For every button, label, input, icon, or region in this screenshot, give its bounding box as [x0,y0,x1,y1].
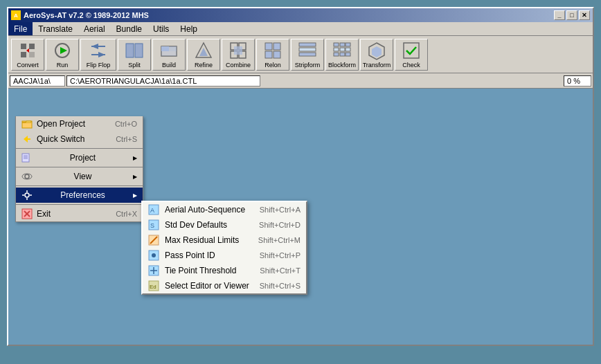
relon-icon [263,41,282,60]
titlebar-left: A AeroSys-AT v7.2 © 1989-2012 MHS [11,10,149,20]
flipflop-button[interactable]: Flip Flop [80,39,116,71]
svg-rect-26 [265,51,272,58]
relon-button[interactable]: Relon [256,39,289,71]
menu-exit[interactable]: Exit Ctrl+X [16,206,143,221]
tie-point-shortcut: Shift+Ctrl+T [260,266,300,275]
project-icon [21,152,33,163]
menu-help[interactable]: Help [174,22,203,35]
stripform-icon [298,41,317,60]
svg-rect-24 [265,43,272,50]
blockform-button[interactable]: Blockform [325,39,359,71]
transform-button[interactable]: Transform [360,39,393,71]
split-button[interactable]: Split [118,39,151,71]
std-dev-icon: S [148,219,159,230]
check-button[interactable]: Check [395,39,428,71]
select-editor-icon: Ed [148,280,159,291]
pref-aerial-auto-seq[interactable]: A Aerial Auto-Sequence Shift+Ctrl+A [143,202,306,217]
quick-switch-shortcut: Ctrl+S [116,135,137,143]
preferences-arrow: ▶ [133,192,137,199]
tie-point-icon [148,265,159,276]
separator-1 [16,148,143,149]
split-icon [125,41,144,60]
svg-rect-11 [126,44,134,57]
svg-rect-31 [334,43,339,46]
pass-point-id-icon [148,250,159,261]
run-icon [53,41,72,60]
svg-rect-25 [273,43,280,50]
menu-utils[interactable]: Utils [147,22,174,35]
titlebar: A AeroSys-AT v7.2 © 1989-2012 MHS _ □ ✕ [8,8,593,22]
exit-shortcut: Ctrl+X [116,210,137,218]
toolbar: Convert Run Flip Flop [8,36,593,73]
close-button[interactable]: ✕ [579,10,590,20]
pref-tie-point[interactable]: Tie Point Threshold Shift+Ctrl+T [143,263,306,278]
select-editor-label: Select Editor or Viewer [165,281,249,291]
svg-rect-3 [29,52,35,57]
minimize-button[interactable]: _ [554,10,565,20]
menu-quick-switch[interactable]: Quick Switch Ctrl+S [16,131,143,147]
svg-rect-16 [161,51,177,56]
run-button[interactable]: Run [46,39,79,71]
svg-rect-0 [21,44,26,49]
svg-rect-30 [299,53,316,56]
percent-field: 0 % [564,75,591,87]
svg-marker-41 [372,46,382,57]
pass-point-id-shortcut: Shift+Ctrl+P [260,251,300,260]
svg-rect-2 [21,52,26,57]
aerial-auto-seq-icon: A [148,204,159,215]
pref-max-residual[interactable]: Max Residual Limits Shift+Ctrl+M [143,233,306,248]
svg-text:S: S [150,222,154,229]
svg-rect-12 [135,44,143,57]
svg-point-52 [25,193,29,197]
exit-icon [21,208,33,219]
svg-rect-38 [340,53,345,56]
menu-view[interactable]: View ▶ [16,169,143,184]
content-area: Open Project Ctrl+O Quick Switch Ctrl+S [8,89,593,345]
menu-file[interactable]: File [8,22,33,35]
svg-marker-45 [24,136,30,143]
file-dropdown: Open Project Ctrl+O Quick Switch Ctrl+S [15,116,143,222]
svg-point-67 [152,253,156,257]
maximize-button[interactable]: □ [566,10,577,20]
svg-point-50 [25,174,29,179]
aerial-auto-seq-shortcut: Shift+Ctrl+A [260,206,300,214]
svg-rect-39 [346,53,350,56]
transform-label: Transform [363,62,391,69]
max-residual-shortcut: Shift+Ctrl+M [258,236,300,244]
pref-select-editor[interactable]: Ed Select Editor or Viewer Shift+Ctrl+S [143,278,306,293]
menu-bundle[interactable]: Bundle [111,22,147,35]
open-project-label: Open Project [37,119,85,129]
pref-std-dev[interactable]: S Std Dev Defaults Shift+Ctrl+D [143,217,306,233]
svg-rect-32 [340,43,345,46]
build-button[interactable]: Build [152,39,186,71]
menu-preferences[interactable]: Preferences ▶ [16,188,143,203]
menu-open-project[interactable]: Open Project Ctrl+O [16,116,143,131]
refine-icon [194,41,213,60]
pref-pass-point-id[interactable]: Pass Point ID Shift+Ctrl+P [143,248,306,263]
tie-point-label: Tie Point Threshold [165,266,236,275]
quick-switch-icon [21,134,33,145]
menu-aerial[interactable]: Aerial [78,22,111,35]
split-label: Split [128,62,141,69]
menu-project[interactable]: Project ▶ [16,150,143,165]
select-editor-shortcut: Shift+Ctrl+S [260,282,300,290]
convert-button[interactable]: Convert [11,39,44,71]
aerial-auto-seq-label: Aerial Auto-Sequence [165,205,245,215]
svg-text:A: A [150,207,154,214]
svg-rect-33 [346,43,350,46]
refine-label: Refine [195,62,213,69]
project-arrow: ▶ [133,155,137,161]
stripform-button[interactable]: Stripform [291,39,324,71]
convert-icon [18,41,37,60]
combine-button[interactable]: Combine [222,39,255,71]
menubar: File Translate Aerial Bundle Utils Help [8,22,593,36]
refine-button[interactable]: Refine [187,39,220,71]
build-icon [159,41,179,60]
path-field-2: C:\AEROTRIANGULACJA\1a\1a.CTL [66,75,260,87]
blockform-icon [332,41,352,60]
menu-translate[interactable]: Translate [33,22,78,35]
svg-rect-35 [340,48,345,51]
svg-rect-15 [169,46,177,51]
preferences-icon [21,190,33,201]
separator-4 [16,204,143,205]
